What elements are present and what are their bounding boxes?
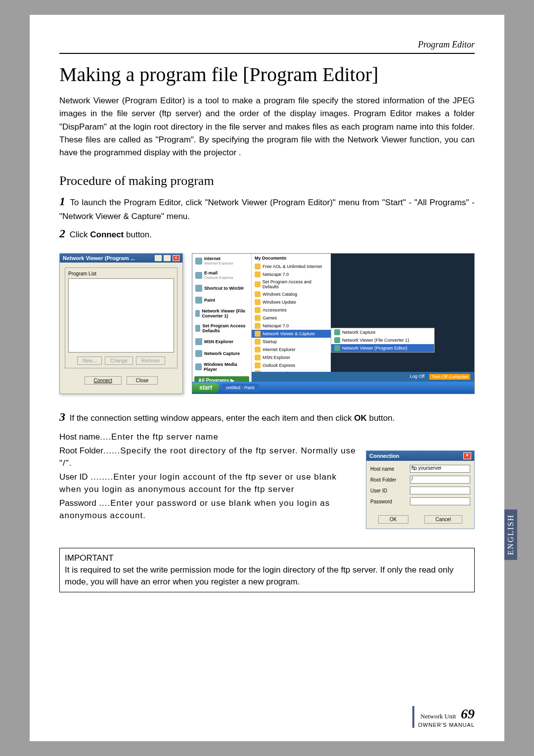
folder-icon — [255, 347, 261, 353]
conn-hostname-input[interactable]: ftp.yourserver — [410, 465, 470, 473]
step-2-pre: Click — [67, 230, 90, 239]
important-text: It is required to set the write permissi… — [65, 564, 469, 588]
conn-hostname-label: Host name — [370, 466, 410, 472]
start-menu-left-panel: InternetInternet ExplorerE-mailOutlook E… — [192, 254, 252, 382]
program-editor-body: Program List New... Change Remove Connec… — [60, 263, 182, 394]
programs-menu-item[interactable]: Startup — [252, 338, 331, 346]
program-editor-titlebar: Network Viewer (Program ... × — [60, 254, 182, 263]
maximize-icon[interactable] — [164, 255, 171, 261]
start-menu-left-item[interactable]: MSN Explorer — [192, 336, 251, 348]
userid-def: ........Enter your login account of the … — [59, 472, 337, 494]
conn-cancel-button[interactable]: Cancel — [424, 515, 462, 524]
programs-menu-item[interactable]: Internet Explorer — [252, 346, 331, 354]
conn-userid-label: User ID — [370, 488, 410, 493]
app-icon — [195, 310, 200, 317]
start-menu-submenu: Network CaptureNetwork Viewer (File Conv… — [331, 328, 435, 353]
step-2-bold: Connect — [90, 230, 124, 239]
folder-icon — [255, 315, 261, 321]
programs-menu-item[interactable]: Accessories — [252, 306, 331, 314]
app-icon — [334, 329, 340, 335]
header-rule — [59, 53, 475, 54]
intro-paragraph: Network Viewer (Program Editor) is a too… — [59, 94, 475, 160]
new-button: New... — [77, 356, 102, 365]
folder-icon — [255, 323, 261, 329]
start-menu-left-item[interactable]: Set Program Access Defaults — [192, 321, 251, 336]
start-menu-programs-panel: My Documents Free AOL & Unlimited Intern… — [252, 254, 331, 382]
folder-icon — [255, 355, 261, 360]
procedure-subtitle: Procedure of making program — [59, 174, 475, 188]
conn-rootfolder-input[interactable]: / — [410, 476, 470, 484]
conn-password-input[interactable] — [410, 497, 470, 505]
footer-network-unit: Network Unit — [420, 712, 456, 720]
hostname-def: ....Enter the ftp server name — [100, 432, 219, 442]
page-footer: Network Unit 69 OWNER'S MANUAL — [412, 706, 475, 728]
folder-icon — [255, 291, 261, 297]
folder-icon — [255, 307, 261, 313]
conn-userid-input[interactable] — [410, 487, 470, 494]
programs-menu-item[interactable]: Netscape 7.0 — [252, 322, 331, 330]
app-icon — [195, 363, 202, 370]
step-2-number: 2 — [59, 227, 65, 240]
app-icon — [195, 297, 202, 304]
start-menu-left-item[interactable]: E-mailOutlook Express — [192, 268, 251, 282]
submenu-item[interactable]: Network Viewer (Program Editor) — [331, 344, 434, 352]
rootfolder-def: ......Specify the root directory of the … — [59, 446, 356, 468]
submenu-item[interactable]: Network Viewer (File Converter 1) — [331, 336, 434, 344]
programs-menu-item[interactable]: Windows Update — [252, 298, 331, 306]
conn-ok-button[interactable]: OK — [378, 515, 408, 524]
close-button[interactable]: Close — [127, 376, 158, 385]
app-icon — [195, 272, 202, 279]
programs-menu-item[interactable]: Set Program Access and Defaults — [252, 278, 331, 290]
start-menu-left-item[interactable]: Network Capture — [192, 348, 251, 359]
submenu-item[interactable]: Network Capture — [331, 328, 434, 336]
program-editor-window: Network Viewer (Program ... × Program Li… — [59, 253, 183, 394]
my-documents-header[interactable]: My Documents — [252, 254, 331, 263]
connection-dialog: Connection × Host name ftp.yourserver Ro… — [366, 450, 475, 529]
step-3-post: button. — [367, 413, 395, 423]
app-icon — [195, 338, 202, 345]
app-icon — [195, 258, 202, 265]
important-box: IMPORTANT It is required to set the writ… — [59, 548, 475, 592]
programs-menu-item[interactable]: Free AOL & Unlimited Internet — [252, 263, 331, 270]
folder-icon — [255, 281, 261, 287]
start-menu-left-item[interactable]: Windows Media Player — [192, 359, 251, 374]
programs-menu-item[interactable]: Windows Catalog — [252, 290, 331, 298]
start-menu-left-item[interactable]: InternetInternet Explorer — [192, 254, 251, 268]
minimize-icon[interactable] — [155, 255, 162, 261]
step-1-text: To launch the Program Editor, click "Net… — [59, 198, 475, 221]
start-menu-left-item[interactable]: Paint — [192, 294, 251, 306]
turnoff-button[interactable]: Turn Off Computer — [429, 374, 470, 380]
step-3-number: 3 — [59, 410, 65, 423]
programs-menu-item[interactable]: Network Viewer & Capture — [252, 330, 331, 338]
programs-menu-item[interactable]: MSN Explorer — [252, 354, 331, 361]
footer-page-number: 69 — [458, 706, 475, 721]
taskbar-item-paint[interactable]: untitled - Paint — [222, 384, 259, 392]
connection-close-icon[interactable]: × — [463, 452, 471, 459]
connection-titlebar: Connection × — [366, 451, 474, 461]
logoff-button[interactable]: Log Off — [410, 374, 424, 380]
program-list[interactable] — [68, 278, 174, 353]
programs-menu-item[interactable]: Games — [252, 314, 331, 322]
folder-icon — [255, 339, 261, 345]
step-3-pre: If the connection setting window appears… — [67, 413, 354, 423]
important-label: IMPORTANT — [65, 552, 469, 564]
app-icon — [195, 350, 202, 357]
app-icon — [334, 337, 340, 343]
start-menu-left-item[interactable]: Shortcut to WinSH — [192, 282, 251, 294]
start-menu-logoff-bar: Log Off Turn Off Computer — [252, 372, 474, 382]
start-button[interactable]: start — [192, 383, 219, 393]
conn-password-label: Password — [370, 499, 410, 504]
folder-icon — [255, 299, 261, 305]
step-3: 3 If the connection setting window appea… — [59, 408, 475, 426]
start-menu-left-item[interactable]: Network Viewer (File Converter 1) — [192, 306, 251, 321]
programs-menu-item[interactable]: Outlook Express — [252, 361, 331, 369]
connect-button[interactable]: Connect — [85, 376, 122, 385]
program-list-group: Program List New... Change Remove — [65, 267, 178, 368]
program-list-label: Program List — [68, 271, 174, 276]
taskbar: start untitled - Paint — [192, 382, 474, 394]
step-1: 1 To launch the Program Editor, click "N… — [59, 192, 475, 223]
page-title: Making a program file [Program Editor] — [59, 63, 475, 86]
programs-menu-item[interactable]: Netscape 7.0 — [252, 270, 331, 278]
folder-icon — [255, 264, 261, 269]
close-icon[interactable]: × — [173, 255, 179, 261]
